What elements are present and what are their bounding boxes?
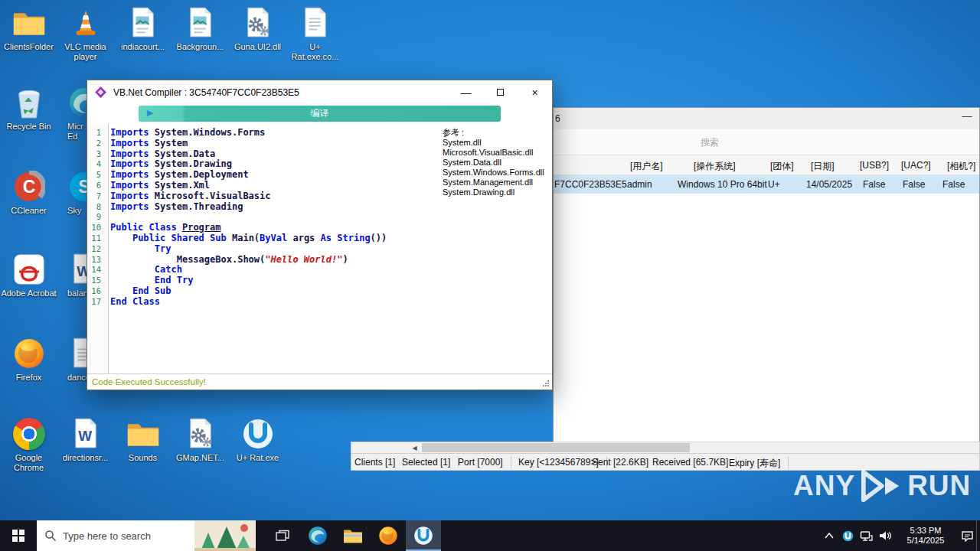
desktop-icon-label: Firefox <box>16 373 42 383</box>
start-button[interactable] <box>0 520 37 551</box>
scroll-left-button[interactable]: ◀ <box>408 442 421 453</box>
desktop-icon-guna-ui2-dll[interactable]: Guna.UI2.dll <box>229 6 286 52</box>
desktop-icon-sounds[interactable]: Sounds <box>114 417 172 463</box>
status-item: Sent [22.6KB] <box>592 457 657 468</box>
u-rat-tray-icon[interactable] <box>838 520 857 551</box>
reference-item[interactable]: System.Drawing.dll <box>443 187 551 197</box>
reference-item[interactable]: System.dll <box>443 138 551 148</box>
close-button[interactable]: × <box>518 80 552 104</box>
client-row[interactable]: F7CC0F23B53E5adminWindows 10 Pro 64bitU+… <box>554 175 979 194</box>
reference-item[interactable]: System.Management.dll <box>443 178 551 187</box>
taskbar-search-input[interactable]: Type here to search <box>37 520 256 551</box>
rat-titlebar[interactable]: 6 — <box>554 108 979 129</box>
code-line: 16 End Sub <box>87 286 552 297</box>
code-line: 15 End Try <box>87 276 552 286</box>
folder-icon <box>126 417 160 451</box>
system-tray: 5:33 PM 5/14/2025 <box>820 520 980 551</box>
taskbar-firefox-button[interactable] <box>371 520 406 551</box>
column-header[interactable]: [操作系统] <box>694 160 736 173</box>
status-item: Received [65.7KB] <box>652 457 737 468</box>
maximize-button[interactable] <box>483 80 518 104</box>
rat-minimize-button[interactable]: — <box>958 110 976 122</box>
desktop-icon-firefox[interactable]: Firefox <box>0 337 57 383</box>
status-item: Port [7000] <box>458 457 511 468</box>
svg-text:C: C <box>22 177 35 197</box>
rat-search-input[interactable]: 搜索 <box>554 129 979 155</box>
column-header[interactable]: [团体] <box>770 160 794 173</box>
windows-start-icon <box>12 530 24 542</box>
compile-button[interactable]: ▶ 编译 <box>139 106 501 122</box>
desktop-icon-label: Sounds <box>129 453 157 463</box>
status-item: Selected [1] <box>402 457 459 468</box>
taskbar-edge-button[interactable] <box>300 520 335 551</box>
client-cell: Windows 10 Pro 64bit <box>678 179 767 190</box>
desktop-icon-google-chrome[interactable]: Google Chrome <box>0 417 57 473</box>
vb-titlebar[interactable]: VB.Net Compiler : 3C54740F7CC0F23B53E5 —… <box>87 80 552 104</box>
resize-grip-icon[interactable] <box>542 380 550 387</box>
desktop-icon-adobe-acrobat[interactable]: Adobe Acrobat <box>0 253 57 298</box>
edge-icon <box>308 526 328 546</box>
desktop-icon-label: Adobe Acrobat <box>1 289 56 298</box>
desktop-icon-clientsfolder[interactable]: ClientsFolder <box>0 6 57 52</box>
desktop-icon-backgroun[interactable]: Backgroun... <box>172 6 229 52</box>
desktop-icon-indiacourt[interactable]: indiacourt... <box>114 6 172 52</box>
code-line: 8Imports System.Threading <box>87 202 552 213</box>
line-number: 11 <box>87 233 106 244</box>
desktop-icon-u-rat-exe[interactable]: U+ Rat.exe <box>229 417 286 463</box>
desktop-icon-label: ClientsFolder <box>4 42 54 52</box>
rat-title-fragment: 6 <box>555 113 560 124</box>
search-highlight-image[interactable] <box>194 520 256 551</box>
code-editor[interactable]: 1Imports System.Windows.Forms2Imports Sy… <box>87 124 552 373</box>
reference-item[interactable]: System.Windows.Forms.dll <box>443 168 551 178</box>
desktop-icon-label: indiacourt... <box>121 42 165 52</box>
line-number: 2 <box>87 139 106 149</box>
column-header[interactable]: [日期] <box>811 160 835 173</box>
desktop-icon-u-rat-exe-co[interactable]: U+ Rat.exe.co... <box>286 6 344 62</box>
client-cell: U+ <box>768 179 780 190</box>
code-line: 11 Public Shared Sub Main(ByVal args As … <box>87 233 552 244</box>
desktop-icon-label: U+ Rat.exe.co... <box>287 42 344 62</box>
network-icon[interactable] <box>857 520 875 551</box>
column-header[interactable]: [相机?] <box>947 160 975 173</box>
volume-icon[interactable] <box>875 520 893 551</box>
column-header[interactable]: [USB?] <box>860 160 889 171</box>
taskbar-u-rat-button[interactable] <box>406 520 441 551</box>
gear-icon <box>241 6 275 40</box>
desktop-icon-label: Guna.UI2.dll <box>234 42 281 52</box>
desktop-icon-label: VLC media player <box>57 42 114 62</box>
clock[interactable]: 5:33 PM 5/14/2025 <box>901 526 950 546</box>
desktop-screen: ClientsFolderVLC media playerindiacourt.… <box>0 0 980 551</box>
minimize-button[interactable]: — <box>449 80 483 104</box>
desktop-icon-directionsr[interactable]: Wdirectionsr... <box>57 417 114 463</box>
desktop-icon-gmap-net[interactable]: GMap.NET... <box>172 417 229 463</box>
play-icon: ▶ <box>147 108 153 118</box>
taskbar-task-view-button[interactable] <box>265 520 300 551</box>
desktop-icon-ccleaner[interactable]: CCCleaner <box>0 170 57 216</box>
tray-icons <box>820 520 893 551</box>
taskbar-file-explorer-button[interactable] <box>335 520 371 551</box>
line-number: 1 <box>87 128 106 139</box>
desktop-icon-recycle-bin[interactable]: Recycle Bin <box>0 86 57 132</box>
ccleaner-icon: C <box>12 170 46 204</box>
action-center-button[interactable] <box>958 520 976 551</box>
reference-item[interactable]: System.Data.dll <box>443 158 551 168</box>
doc-icon <box>299 6 332 40</box>
doc-image-icon <box>126 6 160 40</box>
desktop-icon-label: U+ Rat.exe <box>237 453 279 463</box>
anyrun-watermark: ANY RUN <box>793 468 971 504</box>
firefox-icon <box>12 337 46 370</box>
horizontal-scrollbar[interactable]: ◀ <box>351 442 980 454</box>
code-line: 17End Class <box>87 297 552 308</box>
client-table-header: [用户名][操作系统][团体][日期][USB?][UAC?][相机?] <box>554 155 979 175</box>
column-header[interactable]: [用户名] <box>630 160 663 173</box>
desktop-icon-label: Micr Ed <box>67 122 83 142</box>
column-header[interactable]: [UAC?] <box>901 160 931 171</box>
desktop-icon-vlc-media-player[interactable]: VLC media player <box>57 6 114 62</box>
hidden-icons-chevron-icon[interactable] <box>820 520 838 551</box>
line-number: 13 <box>87 255 106 266</box>
show-desktop-button[interactable] <box>976 520 980 551</box>
vbnet-compiler-app-icon <box>94 86 107 99</box>
reference-item[interactable]: Microsoft.VisualBasic.dll <box>443 148 551 158</box>
status-message: Code Executed Successfully! <box>92 377 206 386</box>
scrollbar-thumb[interactable] <box>422 443 690 452</box>
